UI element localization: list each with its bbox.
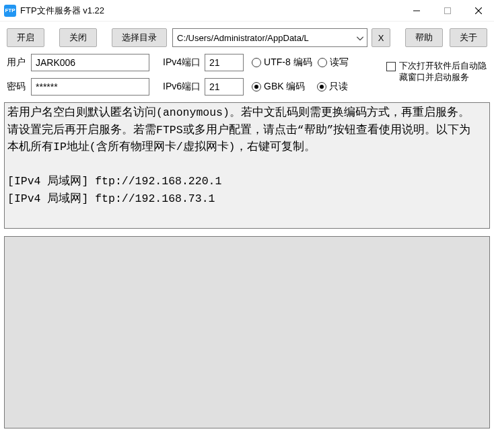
access-readwrite-label: 读写 (330, 57, 349, 69)
radio-icon (317, 82, 326, 91)
window-title: FTP文件服务器 v1.22 (20, 5, 401, 17)
minimize-button[interactable] (401, 0, 432, 22)
ipv4-port-input[interactable] (205, 54, 244, 71)
stop-button[interactable]: 关闭 (59, 28, 97, 47)
ipv4-port-label: IPv4端口 (163, 57, 201, 69)
radio-icon (252, 82, 261, 91)
help-button[interactable]: 帮助 (405, 28, 443, 47)
encoding-utf8-radio[interactable]: UTF-8 编码 (252, 57, 312, 69)
user-label: 用户 (7, 57, 31, 69)
ipv6-port-label: IPv6端口 (163, 81, 201, 93)
maximize-button[interactable] (432, 0, 463, 22)
username-input[interactable] (31, 54, 149, 71)
log-textarea[interactable] (4, 236, 490, 428)
radio-icon (252, 58, 261, 67)
info-textarea[interactable] (4, 102, 490, 229)
directory-path-text: C:/Users/Administrator/AppData/L (177, 33, 309, 43)
app-icon: FTP (4, 5, 16, 17)
directory-path-select[interactable]: C:/Users/Administrator/AppData/L (172, 28, 367, 47)
config-section: 用户 IPv4端口 UTF-8 编码 读写 密码 IPv6端口 (0, 54, 494, 102)
toolbar: 开启 关闭 选择目录 C:/Users/Administrator/AppDat… (0, 22, 494, 54)
access-readonly-radio[interactable]: 只读 (317, 81, 348, 93)
select-directory-button[interactable]: 选择目录 (112, 28, 167, 47)
svg-rect-1 (445, 7, 451, 13)
autostart-label: 下次打开软件后自动隐藏窗口并启动服务 (399, 61, 487, 83)
checkbox-icon (386, 62, 396, 71)
encoding-gbk-radio[interactable]: GBK 编码 (252, 81, 305, 93)
ipv6-port-input[interactable] (205, 78, 244, 96)
autostart-checkbox[interactable]: 下次打开软件后自动隐藏窗口并启动服务 (386, 61, 487, 83)
radio-icon (318, 58, 327, 67)
password-label: 密码 (7, 81, 31, 93)
access-readonly-label: 只读 (329, 81, 348, 93)
encoding-utf8-label: UTF-8 编码 (264, 57, 312, 69)
close-button[interactable] (463, 0, 494, 22)
password-input[interactable] (31, 78, 149, 96)
access-readwrite-radio[interactable]: 读写 (318, 57, 349, 69)
encoding-gbk-label: GBK 编码 (264, 81, 305, 93)
title-bar: FTP FTP文件服务器 v1.22 (0, 0, 494, 22)
start-button[interactable]: 开启 (7, 28, 44, 47)
clear-path-button[interactable]: X (372, 28, 390, 47)
about-button[interactable]: 关于 (450, 28, 487, 47)
